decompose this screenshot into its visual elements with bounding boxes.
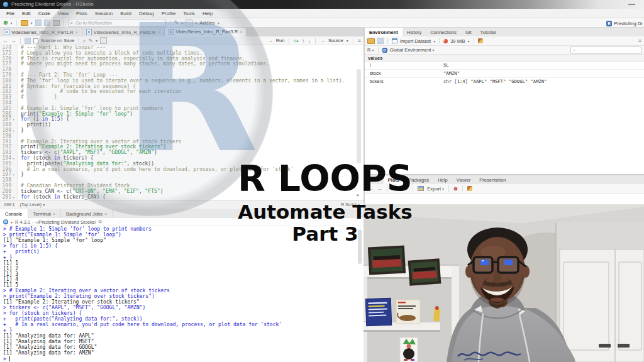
- save-icon[interactable]: [35, 19, 42, 26]
- tab-tutorial[interactable]: Tutorial: [475, 28, 500, 36]
- console-tab-console[interactable]: Console: [0, 209, 28, 218]
- source-on-save-checkbox[interactable]: [33, 38, 38, 43]
- tab-files[interactable]: Files: [365, 175, 384, 184]
- import-chevron[interactable]: ▾: [433, 39, 435, 43]
- remove-plot-icon[interactable]: ⊗: [453, 186, 458, 192]
- tab-git[interactable]: Git: [461, 28, 476, 36]
- tab-help[interactable]: Help: [433, 175, 452, 184]
- source-down-icon[interactable]: ↓: [308, 38, 311, 44]
- memory-usage-button[interactable]: 39 MiB: [450, 38, 465, 44]
- source-button[interactable]: Source: [328, 38, 343, 43]
- environment-search-input[interactable]: ⌕: [570, 47, 641, 54]
- find-icon[interactable]: ⌕: [82, 38, 86, 44]
- separator: [289, 38, 289, 44]
- menu-item-plots[interactable]: Plots: [72, 9, 91, 18]
- export-plot-button[interactable]: Export ▾: [427, 186, 444, 192]
- tab-viewer[interactable]: Viewer: [452, 175, 475, 184]
- print-icon[interactable]: [53, 20, 60, 26]
- code-tools-icon[interactable]: ✎: [88, 38, 93, 44]
- tab-history[interactable]: History: [402, 28, 426, 36]
- tools-icon[interactable]: ✎: [174, 19, 179, 26]
- editor-scroll-down-icon[interactable]: ▼: [356, 194, 360, 197]
- new-file-icon[interactable]: ⊕: [3, 19, 8, 26]
- tab-presentation[interactable]: Presentation: [475, 175, 510, 184]
- fold-marker[interactable]: ▾: [13, 117, 18, 123]
- source-tab-1[interactable]: RVideoSeries_Intro_R_Part1.R×: [0, 28, 82, 36]
- filetype-selector[interactable]: R Script ▾: [341, 202, 360, 207]
- environment-row[interactable]: stock"AMZN": [365, 70, 644, 78]
- code-token: # --- Part 1: Why Loops? ---: [21, 45, 106, 50]
- fold-marker[interactable]: ▾: [13, 172, 18, 178]
- source-tab-2[interactable]: RVideoSeries_Intro_R_Part2.R×: [82, 28, 165, 36]
- environment-row[interactable]: i5L: [365, 62, 644, 70]
- fold-marker[interactable]: ▾: [13, 128, 18, 134]
- menu-item-debug[interactable]: Debug: [135, 9, 158, 18]
- run-button[interactable]: Run: [276, 38, 285, 43]
- goto-file-input[interactable]: ⌕ Go to file/function: [68, 19, 166, 27]
- console-prompt[interactable]: >: [3, 356, 356, 362]
- panes-layout-icon[interactable]: [186, 19, 192, 26]
- load-workspace-icon[interactable]: [367, 38, 375, 44]
- save-all-icon[interactable]: [44, 19, 50, 26]
- console-tab-terminal[interactable]: Terminal×: [28, 209, 61, 218]
- menu-item-build[interactable]: Build: [116, 9, 135, 18]
- scope-selector[interactable]: (Top Level) ▾: [20, 202, 45, 207]
- addins-chevron[interactable]: ▾: [218, 21, 219, 25]
- memory-chevron[interactable]: ▾: [468, 39, 470, 43]
- close-tab-icon[interactable]: ×: [104, 212, 107, 216]
- menu-item-profile[interactable]: Profile: [158, 9, 180, 18]
- minimize-button[interactable]: [628, 4, 635, 5]
- fold-marker[interactable]: ▾: [13, 156, 18, 162]
- rerun-icon[interactable]: ↪: [294, 38, 299, 44]
- list-view-icon[interactable]: ≡: [638, 38, 641, 44]
- plot-back-icon[interactable]: ←: [368, 185, 374, 192]
- menu-item-help[interactable]: Help: [199, 9, 216, 18]
- tab-connections[interactable]: Connections: [426, 28, 461, 36]
- open-wd-icon[interactable]: ⧉: [99, 219, 102, 225]
- console-tab-background-jobs[interactable]: Background Jobs×: [61, 209, 113, 218]
- plot-forward-icon[interactable]: →: [377, 185, 382, 192]
- save-workspace-icon[interactable]: [377, 38, 384, 44]
- menu-item-session[interactable]: Session: [91, 9, 116, 18]
- addins-button[interactable]: Addins: [199, 20, 214, 26]
- tools-chevron[interactable]: ▾: [181, 21, 183, 25]
- document-outline-icon[interactable]: ≡: [358, 38, 361, 44]
- menu-item-code[interactable]: Code: [35, 9, 54, 18]
- code-editor[interactable]: 174# --- Part 1: Why Loops? ---175# Loop…: [0, 45, 364, 200]
- project-selector[interactable]: R Predicting Di: [606, 19, 644, 27]
- code-tools-chevron[interactable]: ▾: [96, 38, 97, 43]
- fold-marker[interactable]: ▾: [13, 195, 18, 200]
- back-icon[interactable]: ←: [3, 38, 8, 44]
- environment-selector[interactable]: Global Environment ▾: [390, 47, 435, 53]
- new-file-chevron[interactable]: ▾: [11, 21, 13, 25]
- forward-icon[interactable]: →: [11, 38, 16, 44]
- console-chevron[interactable]: ▾: [11, 220, 13, 224]
- language-selector[interactable]: R ▾: [367, 47, 374, 53]
- tab-packages[interactable]: Packages: [404, 175, 433, 184]
- menu-item-tools[interactable]: Tools: [179, 9, 199, 18]
- import-dataset-button[interactable]: Import Dataset: [400, 38, 431, 44]
- console-scrollbar[interactable]: [358, 229, 362, 264]
- menu-item-edit[interactable]: Edit: [18, 9, 35, 18]
- source-tab-3[interactable]: RVideoSeries_Intro_R_Part3.R×: [165, 28, 247, 36]
- compile-report-icon[interactable]: [100, 37, 107, 44]
- open-file-icon[interactable]: [21, 20, 28, 26]
- clear-plots-icon[interactable]: [467, 186, 472, 191]
- close-tab-icon[interactable]: ×: [53, 212, 55, 216]
- clear-environment-icon[interactable]: [478, 38, 483, 43]
- menu-item-file[interactable]: File: [3, 9, 18, 18]
- close-tab-icon[interactable]: ×: [240, 30, 242, 34]
- tab-environment[interactable]: Environment: [365, 28, 402, 36]
- panes-chevron[interactable]: ▾: [195, 21, 197, 25]
- source-up-icon[interactable]: ↑: [302, 38, 305, 44]
- source-chevron[interactable]: ▾: [347, 38, 348, 43]
- save-doc-icon[interactable]: [25, 38, 31, 44]
- open-chevron[interactable]: ▾: [31, 21, 33, 25]
- zoom-plot-button[interactable]: ⌕ Zoom: [392, 185, 408, 192]
- close-tab-icon[interactable]: ×: [157, 30, 160, 35]
- console-output[interactable]: > # Example 1: Simple 'for' loop to prin…: [0, 226, 356, 362]
- close-tab-icon[interactable]: ×: [75, 30, 78, 35]
- menu-item-view[interactable]: View: [54, 9, 72, 18]
- tab-plots[interactable]: Plots: [384, 175, 404, 184]
- editor-scrollbar[interactable]: [357, 69, 361, 163]
